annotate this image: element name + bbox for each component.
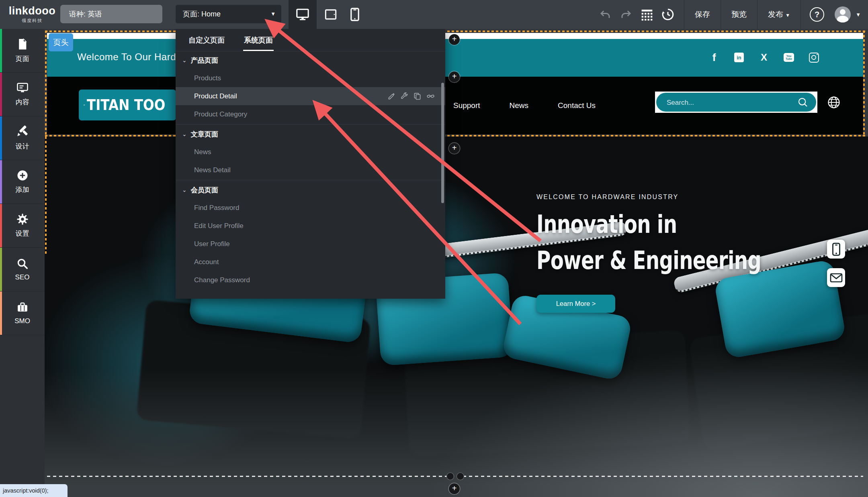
- tab-custom-pages[interactable]: 自定义页面: [188, 29, 225, 51]
- page-item-change-password[interactable]: Change Password: [176, 271, 445, 289]
- redo-button[interactable]: [618, 9, 634, 20]
- nav-item-news[interactable]: News: [510, 101, 529, 110]
- page-item-account[interactable]: Account: [176, 253, 445, 271]
- seo-icon: [16, 258, 29, 270]
- undo-icon: [599, 9, 611, 20]
- edit-pencil-icon[interactable]: [388, 92, 395, 100]
- stripe: [0, 29, 2, 72]
- nav-item-support[interactable]: Support: [453, 101, 480, 110]
- help-button[interactable]: ?: [809, 7, 825, 22]
- sidebar-item-smo[interactable]: SMO: [0, 291, 45, 335]
- sidebar-item-seo[interactable]: SEO: [0, 248, 45, 291]
- device-mobile-button[interactable]: [341, 0, 369, 29]
- envelope-icon: [830, 273, 843, 283]
- selection-border-right: [863, 31, 865, 136]
- grid-icon: [641, 8, 653, 21]
- linkedin-icon[interactable]: in: [734, 53, 744, 62]
- sidebar-item-design[interactable]: 设计: [0, 116, 45, 160]
- hero-eyebrow: WELCOME TO HARDWARE INDUSTRY: [536, 194, 678, 201]
- section-split-line: [47, 476, 863, 477]
- wrench-icon[interactable]: [401, 92, 408, 100]
- email-contact-button[interactable]: [827, 268, 845, 287]
- section-member-pages[interactable]: ⌄ 会员页面: [176, 181, 445, 199]
- add-section-button[interactable]: +: [449, 34, 460, 45]
- panel-tabs: 自定义页面 系统页面: [176, 29, 445, 51]
- search-input[interactable]: [666, 93, 788, 112]
- site-logo[interactable]: TITAN TOO: [79, 90, 176, 120]
- settings-gear-icon: [16, 213, 29, 225]
- page-item-product-detail[interactable]: Product Detail: [176, 87, 445, 105]
- row-action-icons: [388, 87, 435, 105]
- social-icons-row: f in X YouTube: [709, 49, 819, 65]
- undo-button[interactable]: [597, 9, 613, 20]
- hero-title-line2: Power & Engineering: [536, 246, 761, 275]
- sidebar-item-pages[interactable]: 页面: [0, 29, 45, 73]
- section-article-pages[interactable]: ⌄ 文章页面: [176, 125, 445, 143]
- link-icon[interactable]: [426, 92, 435, 100]
- drill-icon: [84, 95, 85, 116]
- sidebar-item-content[interactable]: 内容: [0, 73, 45, 116]
- learn-more-button[interactable]: Learn More >: [536, 295, 615, 313]
- add-section-button[interactable]: +: [449, 143, 460, 154]
- panel-scrollbar[interactable]: [441, 83, 444, 203]
- page-icon: [16, 38, 29, 51]
- design-icon: [16, 125, 29, 138]
- page-item-find-password[interactable]: Find Password: [176, 199, 445, 217]
- page-item-products[interactable]: Products: [176, 69, 445, 87]
- stripe: [0, 204, 2, 247]
- split-handle-dot[interactable]: [446, 473, 454, 480]
- x-twitter-icon[interactable]: X: [759, 52, 769, 63]
- tab-system-pages[interactable]: 系统页面: [244, 29, 273, 51]
- selection-border-top: [45, 31, 865, 32]
- content-icon: [16, 82, 29, 94]
- account-caret-icon[interactable]: ▼: [856, 12, 861, 18]
- add-section-button[interactable]: +: [449, 483, 460, 494]
- hero-section[interactable]: WELCOME TO HARDWARE INDUSTRY Innovation …: [45, 136, 868, 497]
- page-selector[interactable]: 页面: Home ▼: [176, 5, 281, 23]
- page-item-product-category[interactable]: Product Category: [176, 105, 445, 123]
- section-product-pages[interactable]: ⌄ 产品页面: [176, 51, 445, 69]
- search-icon[interactable]: [797, 96, 809, 108]
- user-avatar[interactable]: [835, 6, 851, 22]
- header-section-badge[interactable]: 页头: [49, 33, 73, 51]
- youtube-icon[interactable]: YouTube: [784, 53, 794, 62]
- hero-floor-graphic-2: [426, 344, 868, 497]
- selection-border-left: [45, 31, 47, 255]
- mobile-icon: [350, 8, 360, 21]
- mobile-contact-button[interactable]: [827, 240, 845, 259]
- split-handle-dot[interactable]: [457, 473, 464, 480]
- smartphone-icon: [830, 242, 842, 256]
- sidebar-item-settings[interactable]: 设置: [0, 204, 45, 248]
- add-section-button[interactable]: +: [449, 71, 460, 82]
- search-pill[interactable]: [656, 93, 816, 112]
- grid-layout-button[interactable]: [639, 8, 655, 21]
- preview-navbar: TITAN TOO Support News Contact Us: [47, 77, 863, 134]
- preview-button[interactable]: 预览: [727, 9, 751, 20]
- page-item-news[interactable]: News: [176, 143, 445, 161]
- device-desktop-button[interactable]: [289, 0, 317, 29]
- selection-border-bottom: [45, 135, 865, 136]
- history-button[interactable]: [660, 8, 676, 21]
- stripe: [0, 116, 2, 160]
- language-selector[interactable]: 语种: 英语: [60, 5, 162, 23]
- save-button[interactable]: 保存: [690, 9, 715, 20]
- facebook-icon[interactable]: f: [709, 52, 719, 63]
- sidebar-item-add[interactable]: 添加: [0, 160, 45, 204]
- instagram-icon[interactable]: [809, 53, 819, 63]
- toolbar-divider: [757, 0, 757, 29]
- panel-divider: [176, 124, 445, 124]
- duplicate-icon[interactable]: [414, 92, 421, 100]
- page-dropdown-panel: 自定义页面 系统页面 ⌄ 产品页面 Products Product Detai…: [176, 29, 445, 299]
- page-item-user-profile[interactable]: User Profile: [176, 235, 445, 253]
- page-item-news-detail[interactable]: News Detail: [176, 161, 445, 179]
- publish-button[interactable]: 发布 ▼: [763, 9, 795, 20]
- logo-text: linkdooo: [0, 5, 64, 17]
- nav-menu: Support News Contact Us: [453, 77, 596, 134]
- chevron-down-icon: ⌄: [182, 57, 187, 63]
- language-globe-icon[interactable]: [827, 96, 841, 109]
- nav-item-contact[interactable]: Contact Us: [558, 101, 596, 110]
- stripe: [0, 248, 2, 291]
- redo-icon: [620, 9, 632, 20]
- page-item-edit-user-profile[interactable]: Edit User Profile: [176, 217, 445, 235]
- status-url-tooltip: javascript:void(0);: [0, 484, 68, 497]
